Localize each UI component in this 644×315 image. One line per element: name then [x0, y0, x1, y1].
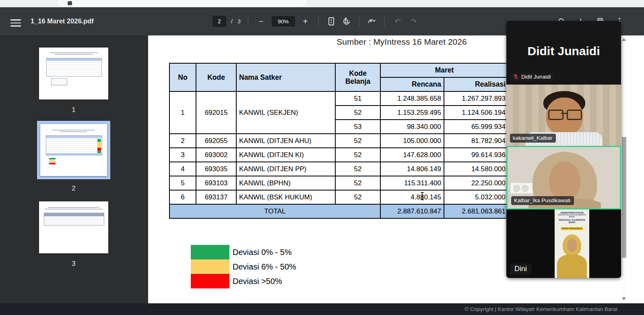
undo-icon[interactable]: ↶ [392, 16, 403, 27]
table-row: 3 693002 KANWIL (DITJEN KI) 52 147.628.0… [169, 148, 539, 162]
table-row: 4 693035 KANWIL (DITJEN PP) 52 14.806.14… [169, 162, 539, 176]
video-call-panel: Didit Junaidi Didit Junaidi kak [506, 21, 621, 278]
deviation-legend: Deviasi 0% - 5% Deviasi 6% - 50% Deviasi… [191, 245, 296, 288]
copyright-text: © Copyright | Kantor Wilayah Kemenkumham… [464, 306, 617, 312]
fit-to-page-icon[interactable] [326, 16, 336, 27]
legend-swatch-yellow [191, 259, 229, 274]
video-tile-ika[interactable]: Kalbar_Ika Pusdikawati [506, 146, 621, 209]
legend-item: Deviasi >50% [191, 274, 296, 288]
page-total: 3 [237, 18, 241, 25]
wall-socket [510, 182, 536, 194]
toolbar-divider [318, 17, 319, 26]
rotate-icon[interactable] [341, 16, 352, 27]
page-number-input[interactable] [213, 16, 226, 27]
toolbar-center-controls: / 3 − 90% + [213, 7, 419, 35]
statusbar: © Copyright | Kantor Wilayah Kemenkumham… [0, 303, 644, 315]
thumbnail-preview [39, 48, 108, 99]
table-header-row: No Kode Nama Satker Kode Belanja Maret [169, 63, 539, 77]
redo-icon[interactable]: ↷ [408, 16, 419, 27]
video-tile-dini[interactable]: KEMENTERIAN HUKUM KANTOR WILAYAH KALIMAN… [506, 209, 621, 278]
extension-icon [68, 1, 72, 5]
document-title: 1_16 Maret 2026.pdf [31, 17, 94, 25]
menu-icon[interactable] [10, 17, 21, 25]
table-row: 1 692015 KANWIL (SEKJEN) 51 1.248.385.65… [169, 91, 539, 106]
page-separator: / [231, 18, 233, 25]
table-row: 5 693103 KANWIL (BPHN) 52 115.311.400 22… [169, 176, 539, 190]
zoom-out-button[interactable]: − [256, 16, 267, 27]
thumbnail-page-3[interactable]: 3 [39, 201, 108, 253]
table-row: 2 692055 KANWIL (DITJEN AHU) 52 105.000.… [169, 134, 539, 148]
text-cursor [420, 192, 425, 201]
thumbnail-preview [40, 124, 107, 176]
col-kode: Kode [196, 63, 236, 91]
total-realisasi: 2.681.063.861 [444, 204, 508, 218]
toolbar-divider [359, 17, 359, 26]
thumbnail-preview [39, 201, 108, 253]
virtual-background-poster: KEMENTERIAN HUKUM KANTOR WILAYAH KALIMAN… [555, 209, 589, 231]
col-realisasi: Realisasi [444, 77, 508, 91]
legend-item: Deviasi 6% - 50% [191, 259, 296, 274]
thumbnail-page-2[interactable]: 2 [37, 121, 110, 179]
legend-item: Deviasi 0% - 5% [191, 245, 296, 259]
toolbar-divider [384, 17, 385, 26]
participant-name-chip: Dini [510, 263, 531, 275]
active-speaker-name: Didit Junaidi [506, 44, 621, 58]
thumbnail-selected-frame [37, 121, 110, 179]
screen: 1_16 Maret 2026.pdf / 3 − 90% + [0, 0, 644, 315]
legend-swatch-green [191, 245, 229, 259]
mic-muted-icon [513, 74, 519, 80]
budget-table: No Kode Nama Satker Kode Belanja Maret R… [169, 63, 539, 219]
vertical-scrollbar[interactable] [621, 35, 627, 303]
source-caption: Sumber : MyIntress 16 Maret 2026 [309, 37, 494, 47]
total-rencana: 2.887.610.847 [380, 204, 444, 218]
video-tile-didit[interactable]: Didit Junaidi Didit Junaidi [506, 21, 621, 85]
col-rencana: Rencana [380, 77, 444, 91]
col-nama-satker: Nama Satker [236, 63, 335, 91]
scroll-down-icon[interactable] [622, 297, 626, 300]
annotate-pen-icon[interactable] [367, 16, 377, 27]
scroll-up-icon[interactable] [622, 38, 626, 41]
participant-avatar: KEMENTERIAN HUKUM KANTOR WILAYAH KALIMAN… [555, 209, 589, 278]
total-label: TOTAL [169, 204, 380, 218]
zoom-in-button[interactable]: + [300, 16, 311, 27]
participant-name-chip: kakanwil_Kalbar [510, 134, 556, 143]
browser-chrome-strip [0, 0, 644, 7]
col-kode-belanja: Kode Belanja [335, 63, 380, 91]
address-bar-bottom [56, 0, 308, 7]
table-total-row: TOTAL 2.887.610.847 2.681.063.861 [169, 204, 539, 218]
thumbnail-sidebar: 1 [0, 35, 148, 303]
zoom-level-display: 90% [272, 16, 295, 27]
participant-name-chip: Kalbar_Ika Pusdikawati [511, 196, 574, 205]
video-tile-kakanwil[interactable]: kakanwil_Kalbar [506, 85, 621, 146]
col-no: No [169, 63, 196, 91]
scrollbar-thumb[interactable] [622, 137, 626, 258]
legend-swatch-red [191, 274, 229, 288]
table-row: 6 693137 KANWIL (BSK HUKUM) 52 4.880.145… [169, 190, 539, 204]
thumbnail-page-1[interactable]: 1 [39, 48, 108, 99]
col-month: Maret [380, 63, 508, 77]
toolbar-divider [248, 17, 248, 26]
participant-name-chip: Didit Junaidi [510, 73, 555, 81]
